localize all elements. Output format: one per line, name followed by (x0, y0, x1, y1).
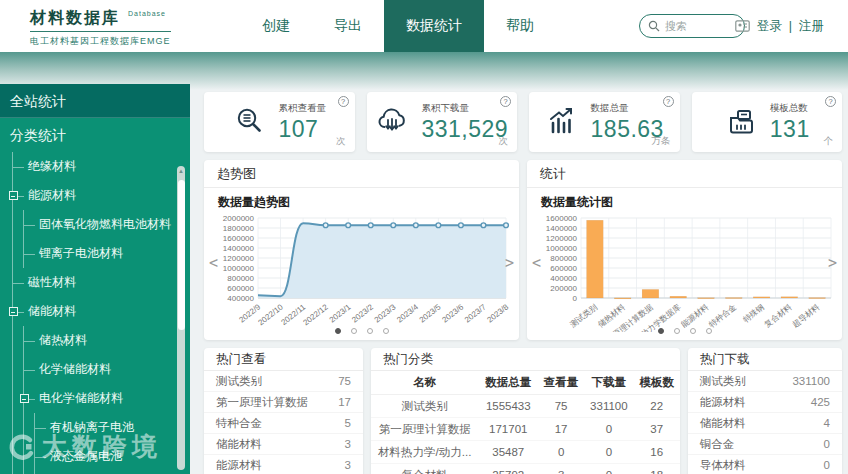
help-icon[interactable]: ? (663, 96, 674, 107)
sidebar-tree-item[interactable]: 绝缘材料 (13, 152, 190, 181)
tree-item: 有机钠离子电池 (35, 413, 190, 442)
nav-export[interactable]: 导出 (312, 0, 384, 52)
sidebar-tree-item[interactable]: 能源材料 (13, 181, 190, 210)
sidebar-tree-item[interactable]: 电化学储能材料 (24, 384, 190, 413)
stats-panel-title: 统计 (527, 160, 842, 188)
sidebar-tree-item[interactable]: 锂离子电池材料 (24, 239, 190, 268)
svg-text:800000: 800000 (227, 274, 254, 283)
carousel-next-icon[interactable]: > (828, 254, 837, 272)
sidebar: 全站统计 分类统计 绝缘材料能源材料固体氧化物燃料电池材料锂离子电池材料磁性材料… (0, 84, 190, 474)
stat-unit: 个 (824, 135, 834, 148)
collapse-icon[interactable] (9, 191, 18, 200)
carousel-next-icon[interactable]: > (505, 254, 514, 272)
help-icon[interactable]: ? (338, 96, 349, 107)
table-row[interactable]: 测试类别15554337533110022 (371, 395, 680, 418)
help-icon[interactable]: ? (500, 96, 511, 107)
carousel-dot[interactable] (690, 328, 696, 334)
nav-data-statistics[interactable]: 数据统计 (384, 0, 484, 52)
list-item[interactable]: 测试类别331100 (688, 371, 842, 392)
table-row[interactable]: 复合材料257923018 (371, 464, 680, 474)
svg-text:特种合金: 特种合金 (706, 302, 738, 329)
nav-create[interactable]: 创建 (240, 0, 312, 52)
item-name: 特种合金 (216, 416, 262, 431)
carousel-dot[interactable] (335, 328, 341, 334)
table-cell: 18 (634, 464, 680, 474)
table-cell: 17 (538, 418, 584, 441)
svg-text:2023/8: 2023/8 (485, 302, 510, 324)
tree-item: 电化学储能材料有机钠离子电池液态金属电池水系钠离子电池 (24, 384, 190, 474)
sidebar-tree-item[interactable]: 液态金属电池 (35, 442, 190, 471)
table-cell: 75 (538, 395, 584, 418)
table-header: 查看量 (538, 371, 584, 395)
carousel-dots (527, 328, 842, 334)
help-icon[interactable]: ? (825, 96, 836, 107)
cloud-download-icon (375, 105, 409, 139)
svg-text:0: 0 (573, 294, 578, 303)
sidebar-item-category-stats[interactable]: 分类统计 (0, 118, 190, 152)
stat-label: 数据总量 (591, 102, 664, 115)
sidebar-scrollbar-thumb[interactable] (178, 180, 185, 330)
carousel-prev-icon[interactable]: < (532, 254, 541, 272)
sidebar-tree-item[interactable]: 磁性材料 (13, 268, 190, 297)
stat-value: 331,529 (421, 116, 508, 143)
search-icon (648, 20, 660, 32)
list-item[interactable]: 铜合金0 (688, 434, 842, 455)
carousel-dot[interactable] (674, 328, 680, 334)
sidebar-tree-item[interactable]: 固体氧化物燃料电池材料 (24, 210, 190, 239)
sidebar-item-all-site-stats[interactable]: 全站统计 (0, 84, 190, 118)
item-name: 能源材料 (700, 395, 746, 410)
register-link[interactable]: 注册 (799, 18, 824, 35)
list-item[interactable]: 第一原理计算数据17 (204, 392, 363, 413)
scroll-up-icon[interactable]: ▲ (177, 168, 185, 174)
item-value: 425 (811, 395, 830, 410)
table-row[interactable]: 第一原理计算数据17170117037 (371, 418, 680, 441)
sidebar-tree-item[interactable]: 有机钠离子电池 (35, 413, 190, 442)
search-input[interactable] (665, 20, 729, 32)
list-item[interactable]: 特种合金5 (204, 413, 363, 434)
collapse-icon[interactable] (9, 307, 18, 316)
list-item[interactable]: 导体材料0 (688, 455, 842, 474)
nav-help[interactable]: 帮助 (484, 0, 556, 52)
svg-text:2023/4: 2023/4 (395, 302, 420, 324)
carousel-dot[interactable] (367, 328, 373, 334)
stat-unit: 次 (336, 135, 346, 148)
item-value: 75 (338, 374, 351, 389)
collapse-icon[interactable] (20, 394, 29, 403)
hot-downloads-list: 测试类别331100能源材料425储能材料4铜合金0导体材料0绝缘材料0 (688, 371, 842, 474)
item-name: 储能材料 (700, 416, 746, 431)
table-cell: 37 (634, 418, 680, 441)
sidebar-tree-item[interactable]: 储能材料 (13, 297, 190, 326)
table-header: 名称 (371, 371, 478, 395)
hot-categories-title: 热门分类 (371, 348, 680, 371)
item-name: 第一原理计算数据 (216, 395, 308, 410)
carousel-dot[interactable] (658, 328, 664, 334)
login-link[interactable]: 登录 (757, 18, 782, 35)
sidebar-tree-item[interactable]: 化学储能材料 (24, 355, 190, 384)
search-box[interactable] (639, 14, 745, 38)
auth-divider: | (789, 19, 792, 33)
table-cell: 22 (634, 395, 680, 418)
carousel-dot[interactable] (351, 328, 357, 334)
stats-panel: 统计 数据量统计图 020000040000060000080000010000… (527, 160, 842, 340)
item-value: 3 (345, 437, 351, 452)
list-item[interactable]: 能源材料3 (204, 455, 363, 474)
stats-chart-title: 数据量统计图 (541, 194, 613, 211)
svg-text:1600000: 1600000 (223, 234, 255, 243)
carousel-dot[interactable] (706, 328, 712, 334)
item-name: 铜合金 (700, 437, 735, 452)
carousel-dot[interactable] (383, 328, 389, 334)
list-item[interactable]: 储能材料3 (204, 434, 363, 455)
table-cell: 3 (538, 464, 584, 474)
svg-text:2023/3: 2023/3 (373, 302, 398, 324)
item-value: 3 (345, 458, 351, 473)
table-header: 下载量 (584, 371, 634, 395)
sidebar-tree-item[interactable]: 储热材料 (24, 326, 190, 355)
table-cell: 0 (538, 441, 584, 464)
carousel-prev-icon[interactable]: < (209, 254, 218, 272)
list-item[interactable]: 储能材料4 (688, 413, 842, 434)
list-item[interactable]: 能源材料425 (688, 392, 842, 413)
table-cell: 材料热力学/动力... (371, 441, 478, 464)
svg-text:2023/2: 2023/2 (350, 302, 375, 324)
table-row[interactable]: 材料热力学/动力...354870016 (371, 441, 680, 464)
list-item[interactable]: 测试类别75 (204, 371, 363, 392)
